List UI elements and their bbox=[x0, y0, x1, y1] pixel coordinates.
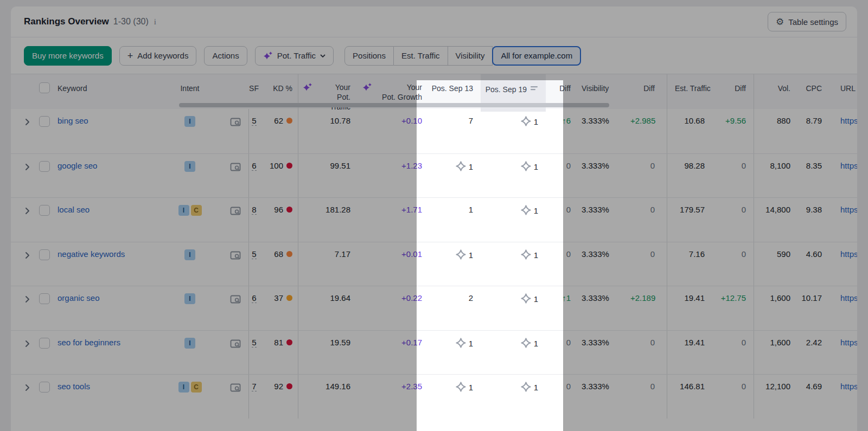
pos-sep19-value: 1 bbox=[534, 339, 538, 348]
serp-feature-star-icon bbox=[521, 384, 531, 394]
dim-overlay-left bbox=[0, 80, 417, 431]
serp-feature-star-icon bbox=[456, 252, 466, 261]
pos-sep19-cell: 1 bbox=[481, 242, 546, 286]
pos-sep19-value: 1 bbox=[534, 117, 538, 126]
pos-sep19-cell: 1 bbox=[481, 154, 546, 198]
pos-sep19-value: 1 bbox=[534, 206, 538, 215]
pos-sep13-value: 1 bbox=[469, 339, 473, 348]
serp-feature-star-icon bbox=[521, 119, 531, 128]
pos-sep19-cell: 1 bbox=[481, 286, 546, 330]
pos-sep13-value: 1 bbox=[469, 383, 473, 392]
dim-overlay-top bbox=[0, 0, 868, 80]
pos-sep13-cell: 1 bbox=[430, 375, 481, 419]
pos-sep19-cell: 1 bbox=[481, 198, 546, 242]
pos-sep19-value: 1 bbox=[534, 294, 538, 304]
pos-sep13-cell: 1 bbox=[430, 154, 481, 198]
pos-sep13-cell: 1 bbox=[430, 242, 481, 286]
serp-feature-star-icon bbox=[521, 296, 531, 305]
pos-sep13-value: 1 bbox=[469, 205, 473, 214]
pos-sep13-cell: 1 bbox=[430, 331, 481, 375]
pos-sep13-cell: 2 bbox=[430, 286, 481, 330]
serp-feature-star-icon bbox=[456, 164, 466, 173]
serp-feature-star-icon bbox=[456, 384, 466, 394]
sort-descending-icon bbox=[531, 84, 538, 93]
pos-sep13-cell: 1 bbox=[430, 198, 481, 242]
pos-sep19-cell: 1 bbox=[481, 331, 546, 375]
pos-sep19-value: 1 bbox=[534, 250, 538, 260]
pos-sep19-value: 1 bbox=[534, 383, 538, 392]
pos-sep19-cell: 1 bbox=[481, 109, 546, 153]
serp-feature-star-icon bbox=[456, 340, 466, 350]
serp-feature-star-icon bbox=[521, 340, 531, 350]
pos-sep19-cell: 1 bbox=[481, 375, 546, 419]
pos-sep13-value: 2 bbox=[469, 293, 473, 303]
serp-feature-star-icon bbox=[521, 208, 531, 217]
dim-overlay-right bbox=[563, 80, 868, 431]
pos-sep19-value: 1 bbox=[534, 162, 538, 171]
pos-sep13-value: 1 bbox=[469, 250, 473, 260]
pos-sep13-value: 1 bbox=[469, 162, 473, 171]
pos-sep13-value: 7 bbox=[469, 116, 473, 125]
serp-feature-star-icon bbox=[521, 252, 531, 261]
pos-sep13-cell: 7 bbox=[430, 109, 481, 153]
serp-feature-star-icon bbox=[521, 164, 531, 173]
